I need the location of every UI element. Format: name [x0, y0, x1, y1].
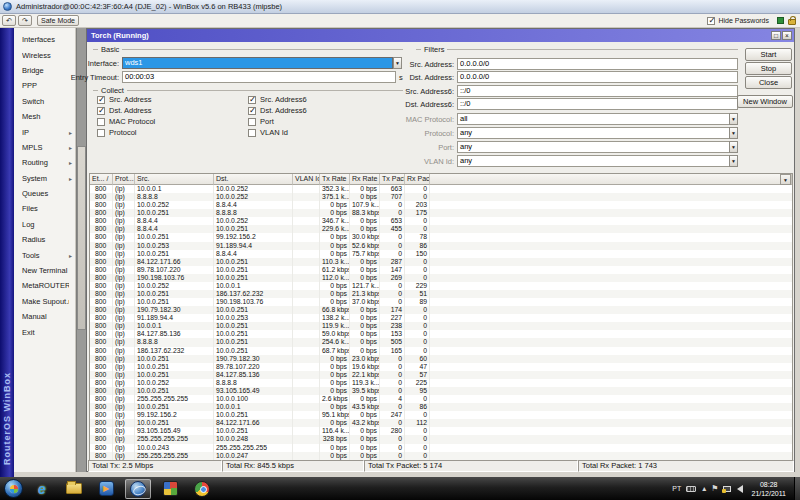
sidebar-item[interactable]: Log ▸ — [14, 217, 75, 232]
table-row[interactable]: 800(ip)255.255.255.25510.0.0.2470 bps0 b… — [90, 452, 792, 460]
sidebar-item[interactable]: New Terminal ▸ — [14, 263, 75, 278]
table-row[interactable]: 800(ip)186.137.62.23210.0.0.25168.7 kbps… — [90, 347, 792, 355]
sidebar-item[interactable]: PPP ▸ — [14, 78, 75, 93]
filter-select[interactable]: any — [457, 141, 738, 153]
filter-input[interactable]: 0.0.0.0/0 — [457, 58, 738, 70]
sidebar-item[interactable]: Wireless ▸ — [14, 47, 75, 62]
sidebar-item[interactable]: Radius ▸ — [14, 232, 75, 247]
close-icon[interactable]: × — [782, 31, 792, 40]
column-header[interactable]: Et... / — [90, 174, 113, 185]
filter-dropdown-icon[interactable]: ▼ — [729, 155, 738, 167]
show-desktop-button[interactable] — [794, 477, 800, 500]
table-row[interactable]: 800(ip)93.105.165.4910.0.0.251116.4 k...… — [90, 427, 792, 435]
table-row[interactable]: 800(ip)8.8.8.810.0.0.251254.6 k...0 bps5… — [90, 338, 792, 346]
sidebar-item[interactable]: Files ▸ — [14, 201, 75, 216]
language-indicator[interactable]: PT — [672, 485, 681, 492]
table-row[interactable]: 800(ip)10.0.0.110.0.0.252352.3 k...0 bps… — [90, 185, 792, 193]
column-select-dropdown-icon[interactable]: ▼ — [780, 174, 791, 185]
table-row[interactable]: 800(ip)10.0.0.243255.255.255.2550 bps0 b… — [90, 444, 792, 452]
filter-dropdown-icon[interactable]: ▼ — [729, 127, 738, 139]
table-row[interactable]: 800(ip)84.127.85.13610.0.0.25159.0 kbps0… — [90, 330, 792, 338]
collect-checkbox-row[interactable]: Port — [248, 116, 307, 127]
sidebar-item[interactable]: MPLS ▸ — [14, 140, 75, 155]
column-header[interactable]: Dst. — [214, 174, 293, 185]
table-row[interactable]: 800(ip)91.189.94.410.0.0.253138.2 k...0 … — [90, 314, 792, 322]
sidebar-item[interactable]: Queues ▸ — [14, 186, 75, 201]
table-row[interactable]: 800(ip)190.198.103.7610.0.0.251112.0 k..… — [90, 274, 792, 282]
collect-checkbox-row[interactable]: Protocol — [97, 127, 155, 138]
table-row[interactable]: 800(ip)10.0.0.110.0.0.251119.9 k...0 bps… — [90, 322, 792, 330]
checkbox-icon[interactable] — [248, 96, 256, 104]
restore-button[interactable]: □ — [771, 31, 781, 40]
sidebar-item[interactable]: MetaROUTER ▸ — [14, 278, 75, 293]
scrollbar-thumb[interactable] — [77, 146, 86, 330]
sidebar-item[interactable]: Exit ▸ — [14, 324, 75, 339]
column-header[interactable]: Rx Pack... — [405, 174, 430, 185]
sidebar-item[interactable]: Make Supout.rif ▸ — [14, 294, 75, 309]
action-center-flag-icon[interactable]: ⚑ — [711, 485, 718, 493]
taskbar-item-explorer[interactable] — [61, 479, 87, 499]
filter-select[interactable]: all — [457, 113, 738, 125]
table-row[interactable]: 800(ip)8.8.4.410.0.0.251229.6 k...0 bps4… — [90, 225, 792, 233]
table-row[interactable]: 800(ip)10.0.0.251186.137.62.2320 bps21.3… — [90, 290, 792, 298]
table-row[interactable]: 800(ip)99.192.156.210.0.0.25195.1 kbps0 … — [90, 411, 792, 419]
table-row[interactable]: 800(ip)10.0.0.25184.127.85.1360 bps22.1 … — [90, 371, 792, 379]
column-header[interactable]: Prot... — [113, 174, 135, 185]
column-header[interactable]: Tx Pack... — [380, 174, 405, 185]
table-row[interactable]: 800(ip)10.0.0.2528.8.8.80 bps119.3 k...0… — [90, 379, 792, 387]
table-row[interactable]: 800(ip)190.79.182.3010.0.0.25166.8 kbps0… — [90, 306, 792, 314]
table-row[interactable]: 800(ip)10.0.0.25199.192.156.20 bps30.0 k… — [90, 233, 792, 241]
interface-input[interactable]: wds1 — [122, 57, 393, 69]
checkbox-icon[interactable] — [97, 96, 105, 104]
hide-passwords-checkbox[interactable] — [707, 17, 715, 25]
network-icon[interactable] — [723, 486, 731, 492]
sidebar-item[interactable]: Manual ▸ — [14, 309, 75, 324]
filter-input[interactable]: 0.0.0.0/0 — [457, 71, 738, 83]
checkbox-icon[interactable] — [97, 129, 105, 137]
column-header[interactable]: Rx Rate — [350, 174, 380, 185]
filter-select[interactable]: any — [457, 127, 738, 139]
filter-select[interactable]: any — [457, 155, 738, 167]
sidebar-item[interactable]: Tools ▸ — [14, 247, 75, 262]
taskbar-item-game[interactable] — [157, 479, 183, 499]
table-row[interactable]: 800(ip)255.255.255.25510.0.0.1002.6 kbps… — [90, 395, 792, 403]
table-row[interactable]: 800(ip)10.0.0.2518.8.8.80 bps88.3 kbps01… — [90, 209, 792, 217]
sidebar-item[interactable]: Routing ▸ — [14, 155, 75, 170]
checkbox-icon[interactable] — [97, 118, 105, 126]
checkbox-icon[interactable] — [97, 107, 105, 115]
taskbar-item-winbox[interactable] — [125, 479, 151, 499]
filter-dropdown-icon[interactable]: ▼ — [729, 141, 738, 153]
start-button[interactable] — [4, 479, 23, 498]
checkbox-icon[interactable] — [248, 107, 256, 115]
tray-clock[interactable]: 08:28 21/12/2011 — [751, 480, 786, 498]
volume-icon[interactable] — [737, 485, 743, 493]
table-row[interactable]: 800(ip)8.8.4.410.0.0.252346.7 k...0 bps6… — [90, 217, 792, 225]
taskbar-item-media-player[interactable]: ▶ — [93, 479, 119, 499]
new-window-button[interactable]: New Window — [737, 95, 793, 108]
stop-button[interactable]: Stop — [745, 62, 792, 75]
redo-icon[interactable]: ↷ — [18, 15, 32, 26]
column-header[interactable]: VLAN Id — [293, 174, 320, 185]
torch-titlebar[interactable]: Torch (Running) □ × — [87, 29, 794, 42]
keyboard-icon[interactable] — [686, 486, 696, 492]
collect-checkbox-row[interactable]: Src. Address — [97, 94, 155, 105]
checkbox-icon[interactable] — [248, 118, 256, 126]
table-row[interactable]: 800(ip)10.0.0.25193.105.165.490 bps39.5 … — [90, 387, 792, 395]
sidebar-item[interactable]: Switch ▸ — [14, 94, 75, 109]
filter-input[interactable]: ::/0 — [457, 85, 738, 97]
column-header[interactable]: Tx Rate — [320, 174, 350, 185]
safe-mode-button[interactable]: Safe Mode — [37, 15, 79, 26]
collect-checkbox-row[interactable]: Src. Address6 — [248, 94, 307, 105]
filter-input[interactable]: ::/0 — [457, 98, 738, 110]
sidebar-scrollbar[interactable] — [76, 28, 86, 472]
filter-dropdown-icon[interactable]: ▼ — [729, 113, 738, 125]
column-header[interactable]: Src. — [135, 174, 214, 185]
table-row[interactable]: 800(ip)10.0.0.25110.0.0.10 bps43.5 kbps0… — [90, 403, 792, 411]
collect-checkbox-row[interactable]: Dst. Address6 — [248, 105, 307, 116]
collect-checkbox-row[interactable]: MAC Protocol — [97, 116, 155, 127]
sidebar-item[interactable]: Interfaces ▸ — [14, 32, 75, 47]
entry-timeout-input[interactable]: 00:00:03 — [122, 71, 396, 83]
sidebar-item[interactable]: Mesh ▸ — [14, 109, 75, 124]
taskbar-item-chrome[interactable] — [189, 479, 215, 499]
collect-checkbox-row[interactable]: Dst. Address — [97, 105, 155, 116]
